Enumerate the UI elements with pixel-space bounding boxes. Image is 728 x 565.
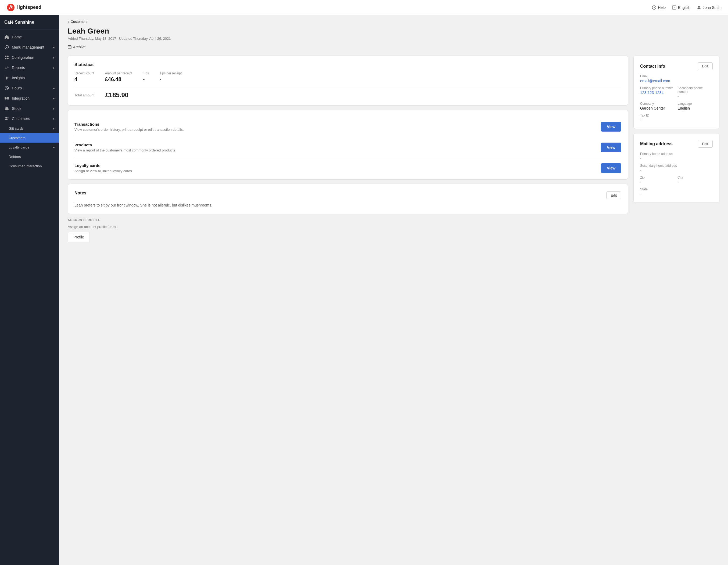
user-icon [697, 5, 701, 10]
insights-icon [4, 76, 9, 80]
help-label: Help [658, 5, 666, 10]
nav-consumer-interaction-label: Consumer interaction [9, 164, 42, 168]
svg-point-20 [7, 117, 9, 118]
nav-config-label: Configuration [12, 55, 34, 60]
primary-home-label: Primary home address [640, 152, 713, 156]
email-label: Email [640, 74, 713, 78]
loyalty-cards-item: Loyalty cards Assign or view all linked … [74, 158, 621, 173]
amount-per-receipt-stat: Amount per receipt £46.48 [105, 71, 132, 82]
mailing-address-edit-button[interactable]: Edit [698, 140, 713, 148]
notes-title: Notes [74, 191, 86, 196]
language-selector[interactable]: A English [672, 5, 690, 10]
sidebar-item-hours[interactable]: Hours ▶ [0, 83, 59, 93]
secondary-home-value: - [640, 168, 713, 173]
main-content: ‹ Customers Leah Green Added Thursday, M… [59, 15, 728, 565]
svg-text:A: A [674, 7, 675, 9]
state-label: State [640, 188, 713, 191]
email-value[interactable]: email@email.com [640, 79, 713, 83]
mailing-address-card: Mailing address Edit Primary home addres… [633, 133, 719, 203]
user-label: John Smith [703, 5, 722, 10]
transactions-description: View customer's order history, print a r… [74, 128, 184, 132]
integration-arrow: ▶ [53, 97, 55, 100]
config-icon [4, 55, 9, 60]
company-label: Company [640, 102, 675, 106]
primary-phone-value[interactable]: 123-123-1234 [640, 91, 675, 95]
products-title: Products [74, 143, 175, 147]
tax-id-label: Tax ID [640, 114, 713, 117]
sidebar-item-gift-cards[interactable]: Gift cards ▶ [0, 124, 59, 133]
gift-cards-arrow: ▶ [53, 127, 55, 130]
menu-arrow: ▶ [53, 46, 55, 49]
primary-home-value: - [640, 156, 713, 161]
page-title: Leah Green [68, 27, 719, 35]
config-arrow: ▶ [53, 56, 55, 59]
help-button[interactable]: ? Help [652, 5, 666, 10]
svg-rect-16 [5, 109, 9, 110]
loyalty-cards-view-button[interactable]: View [601, 163, 621, 173]
transactions-info: Transactions View customer's order histo… [74, 122, 184, 132]
nav-insights-label: Insights [12, 76, 25, 80]
transactions-item: Transactions View customer's order histo… [74, 117, 621, 137]
state-field: State - [640, 188, 713, 196]
nav-menu-label: Menu management [12, 45, 44, 49]
language-label: English [678, 5, 690, 10]
profile-tab[interactable]: Profile [68, 232, 90, 242]
sidebar-item-configuration[interactable]: Configuration ▶ [0, 52, 59, 63]
svg-point-5 [698, 6, 700, 8]
menu-icon [4, 45, 9, 50]
state-value: - [640, 192, 713, 196]
contact-info-header: Contact Info Edit [640, 62, 713, 70]
stock-icon [4, 106, 9, 111]
secondary-phone-field: Secondary phone number - [677, 86, 713, 99]
primary-phone-field: Primary phone number 123-123-1234 [640, 86, 675, 99]
svg-point-19 [5, 117, 7, 119]
contact-info-edit-button[interactable]: Edit [698, 62, 713, 70]
mailing-address-title: Mailing address [640, 142, 673, 146]
sidebar-item-debtors[interactable]: Debtors [0, 152, 59, 161]
customers-arrow: ▼ [52, 117, 55, 120]
statistics-card: Statistics Receipt count 4 Amount per re… [68, 56, 628, 106]
secondary-phone-label: Secondary phone number [677, 86, 713, 94]
svg-rect-21 [68, 46, 71, 49]
nav-customers-label: Customers [9, 136, 26, 140]
nav-debtors-label: Debtors [9, 155, 21, 159]
receipt-count-value: 4 [74, 76, 94, 82]
sidebar-item-stock[interactable]: Stock ▶ [0, 103, 59, 114]
sidebar-item-consumer-interaction[interactable]: Consumer interaction [0, 161, 59, 171]
page-subtitle: Added Thursday, May 18, 2017 · Updated T… [68, 37, 719, 41]
stock-arrow: ▶ [53, 107, 55, 110]
user-menu[interactable]: John Smith [697, 5, 722, 10]
zip-label: Zip [640, 176, 675, 179]
language-label: Language [677, 102, 713, 106]
content-header: ‹ Customers Leah Green Added Thursday, M… [59, 15, 728, 50]
logo-text: lightspeed [17, 5, 41, 10]
right-column: Contact Info Edit Email email@email.com … [633, 56, 719, 242]
archive-button[interactable]: Archive [68, 44, 719, 50]
breadcrumb[interactable]: ‹ Customers [68, 19, 719, 24]
reports-arrow: ▶ [53, 66, 55, 69]
transactions-view-button[interactable]: View [601, 122, 621, 132]
company-value: Garden Center [640, 106, 675, 110]
loyalty-cards-title: Loyalty cards [74, 163, 132, 168]
sidebar-item-customers[interactable]: Customers [0, 133, 59, 143]
sidebar-item-menu-management[interactable]: Menu management ▶ [0, 42, 59, 52]
sidebar-item-integration[interactable]: Integration ▶ [0, 93, 59, 103]
sidebar-item-insights[interactable]: Insights [0, 73, 59, 83]
sidebar-item-home[interactable]: Home [0, 32, 59, 42]
integration-icon [4, 96, 9, 101]
sidebar-item-loyalty-cards[interactable]: Loyalty cards ▶ [0, 143, 59, 152]
svg-rect-15 [7, 97, 9, 100]
products-view-button[interactable]: View [601, 143, 621, 152]
products-description: View a report of the customer's most com… [74, 148, 175, 152]
stats-row: Receipt count 4 Amount per receipt £46.4… [74, 71, 621, 87]
mailing-address-header: Mailing address Edit [640, 140, 713, 148]
loyalty-cards-info: Loyalty cards Assign or view all linked … [74, 163, 132, 173]
notes-edit-button[interactable]: Edit [606, 192, 621, 199]
sidebar-item-customers-group[interactable]: Customers ▼ [0, 114, 59, 124]
total-amount-label: Total amount [74, 93, 94, 97]
amount-per-receipt-value: £46.48 [105, 76, 132, 82]
sidebar-item-reports[interactable]: Reports ▶ [0, 63, 59, 73]
svg-rect-22 [68, 45, 71, 46]
app-body: Café Sunshine Home Menu management ▶ Con… [0, 15, 728, 565]
content-grid: Statistics Receipt count 4 Amount per re… [59, 56, 728, 251]
